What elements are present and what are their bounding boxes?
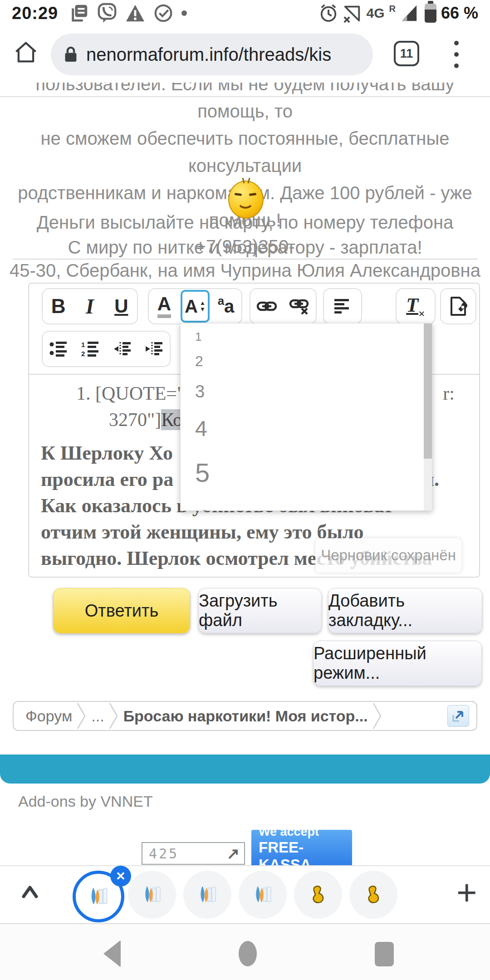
svg-text:2: 2 [81,350,85,357]
nav-recents-button[interactable] [375,942,394,966]
counter-value: 425 [142,846,179,862]
battery-icon [425,4,436,23]
paragraph-align-button[interactable] [328,290,357,323]
menu-scrollbar-thumb[interactable] [424,323,432,459]
size-arrows-icon: ▲▼ [200,300,206,312]
bullet-list-button[interactable] [44,333,73,365]
svg-text:1: 1 [81,341,85,348]
toolbar-group-align [323,288,362,324]
wifi-off-icon [343,3,362,23]
advanced-mode-button[interactable]: Расширенный режим... [313,641,482,686]
bullet-list-icon [49,341,68,357]
underline-button[interactable]: U [107,290,136,323]
donation-line: Деньги высылайте на карту, по номеру тел… [0,211,490,259]
nav-home-button[interactable] [239,941,257,966]
font-size-option-5[interactable]: 5 [181,459,432,487]
outdent-button[interactable] [108,333,137,365]
tab-thumbnail[interactable] [294,871,342,919]
donation-card-info: Деньги высылайте на карту, по номеру тел… [0,211,490,283]
counter-arrow-icon: ↗ [227,844,245,862]
font-size-menu: 1 2 3 4 5 6 [180,323,432,511]
url-text: nenormaforum.info/threads/kis [86,44,331,65]
indent-button[interactable] [139,333,168,365]
visit-counter-widget[interactable]: 425 ↗ [142,842,245,865]
breadcrumb-ellipsis[interactable]: ... [91,707,104,725]
status-bar: 20:29 [0,0,490,26]
ordered-list-button[interactable]: 1 2 [76,333,105,365]
font-color-button[interactable]: A [150,290,179,323]
ordered-list-icon: 1 2 [81,341,99,357]
chevron-right-icon [77,702,87,730]
addons-credit[interactable]: Add-ons by VNNET [18,793,153,810]
lock-icon [64,45,78,64]
toolbar-group-basic: B I U [42,288,138,324]
font-size-option-6[interactable]: 6 [181,505,432,511]
alarm-icon [319,3,338,23]
home-icon[interactable] [13,39,39,65]
breadcrumb: Форум ... Бросаю наркотики! Моя истор... [13,701,477,731]
bold-button[interactable]: B [44,290,73,323]
tab-thumbnail[interactable] [239,871,287,919]
clock-text: 20:29 [12,4,58,23]
nav-back-button[interactable] [103,940,121,967]
gold-favicon-icon [363,884,384,905]
roaming-indicator: R [389,4,395,14]
signal-strength-icon [400,4,418,23]
toolbar-group-link [250,288,317,324]
text-case-button[interactable]: aa [211,290,240,323]
tab-thumbnail[interactable] [128,871,176,919]
browser-header: nenormaforum.info/threads/kis 11 [0,26,490,83]
draft-saved-toast: Черновик сохранён [315,538,461,573]
warning-notification-icon [125,4,145,23]
breadcrumb-thread[interactable]: Бросаю наркотики! Моя истор... [123,707,368,725]
free-kassa-banner[interactable]: We accept FREE-KASSA [251,830,352,868]
toolbar-group-font: A A ▲▼ aa [148,288,242,324]
forum-favicon-icon [142,884,162,905]
unlink-button[interactable] [285,290,314,323]
toolbar-group-lists: 1 2 [42,331,171,367]
unlink-icon [289,298,310,315]
breadcrumb-forum[interactable]: Форум [25,707,72,725]
upload-file-button[interactable]: Загрузить файл [198,588,322,633]
add-bookmark-button[interactable]: Добавить закладку... [328,588,482,633]
appeal-line: не сможем обеспечить постоянные, бесплат… [0,125,490,179]
page-wrench-icon [449,296,468,316]
chevron-right-icon [372,702,382,730]
open-in-new-button[interactable] [447,705,469,727]
indent-icon [145,341,163,357]
network-type-text: 4G [366,5,384,21]
italic-button[interactable]: I [75,290,104,323]
tab-thumbnail[interactable] [183,871,231,919]
collapse-strip-button[interactable] [20,885,40,898]
font-size-option-1[interactable]: 1 [181,331,432,343]
font-size-option-4[interactable]: 4 [181,417,432,440]
insert-link-button[interactable] [252,290,281,323]
tab-count-button[interactable]: 11 [394,41,419,66]
new-tab-button[interactable]: + [456,875,477,910]
check-notification-icon [153,3,173,23]
close-tab-button[interactable]: ✕ [110,866,131,887]
forum-favicon-icon [252,884,273,905]
font-size-option-3[interactable]: 3 [181,383,432,401]
browser-menu-button[interactable] [454,41,459,68]
drafts-button[interactable] [444,290,473,323]
external-link-icon [451,709,465,723]
font-size-button[interactable]: A ▲▼ [181,290,210,323]
clear-formatting-button[interactable]: T× [401,290,430,323]
reply-button[interactable]: Ответить [53,588,190,633]
viber-notification-icon [97,3,117,24]
forum-favicon-icon [197,884,218,905]
url-bar[interactable]: nenormaforum.info/threads/kis [51,34,373,75]
menu-scrollbar[interactable] [424,323,432,510]
gold-favicon-icon [308,884,328,905]
tab-thumbnail[interactable] [349,871,397,919]
font-size-option-2[interactable]: 2 [181,354,432,369]
battery-percent-text: 66 % [441,4,478,23]
link-icon [256,299,277,314]
outdent-icon [113,341,131,357]
align-left-icon [334,299,351,314]
dot-notification-icon [181,10,187,16]
notes-notification-icon [70,3,89,23]
donation-line: 45-30, Сбербанк, на имя Чуприна Юлия Але… [0,259,490,283]
toolbar-group-clear: T× [396,288,436,324]
